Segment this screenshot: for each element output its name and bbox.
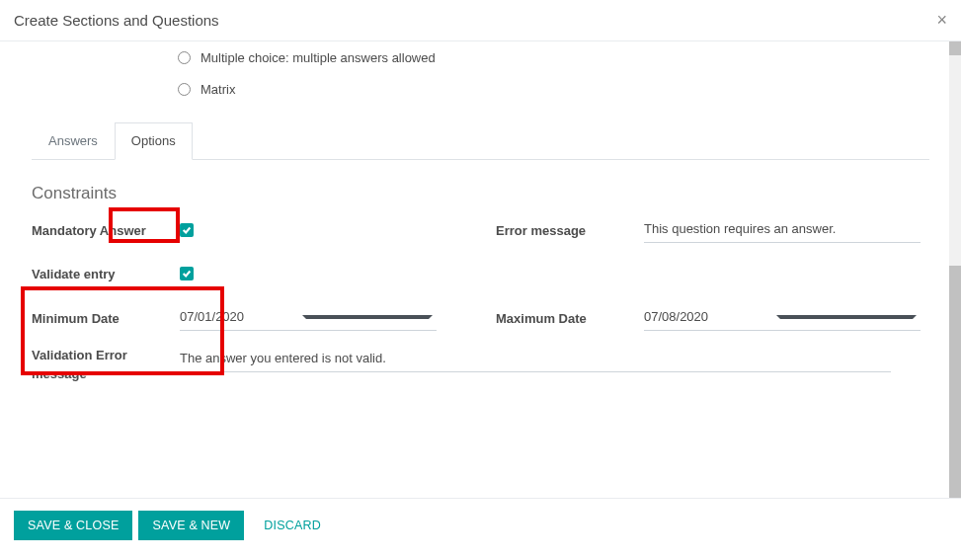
constraints-grid: Mandatory Answer Error message Validate … bbox=[0, 217, 961, 331]
mandatory-answer-checkbox-cell bbox=[180, 223, 437, 238]
scrollbar-track[interactable] bbox=[949, 41, 961, 498]
minimum-date-value: 07/01/2020 bbox=[180, 309, 302, 324]
radio-label: Matrix bbox=[200, 81, 235, 99]
modal-title: Create Sections and Questions bbox=[14, 12, 219, 29]
tab-options[interactable]: Options bbox=[115, 122, 193, 160]
minimum-date-input[interactable]: 07/01/2020 bbox=[180, 305, 437, 331]
tab-list: Answers Options bbox=[32, 122, 929, 160]
label-validation-error-message: Validation Error message bbox=[32, 347, 180, 382]
check-icon bbox=[182, 269, 192, 279]
modal-footer: Save & Close Save & New Discard bbox=[0, 498, 961, 552]
modal-body: Multiple choice: multiple answers allowe… bbox=[0, 41, 961, 498]
label-minimum-date: Minimum Date bbox=[32, 311, 180, 326]
mandatory-answer-checkbox[interactable] bbox=[180, 223, 194, 237]
scrollbar-thumb[interactable] bbox=[949, 266, 961, 498]
radio-matrix[interactable]: Matrix bbox=[178, 81, 961, 99]
label-validate-entry: Validate entry bbox=[32, 267, 180, 281]
modal-header: Create Sections and Questions × bbox=[0, 0, 961, 41]
tab-answers[interactable]: Answers bbox=[32, 122, 115, 159]
close-icon: × bbox=[936, 10, 947, 30]
section-title-constraints: Constraints bbox=[0, 160, 961, 217]
maximum-date-input[interactable]: 07/08/2020 bbox=[644, 305, 921, 331]
label-mandatory-answer: Mandatory Answer bbox=[32, 223, 180, 238]
error-message-input[interactable] bbox=[644, 217, 921, 243]
label-error-message: Error message bbox=[496, 223, 644, 238]
validation-error-message-input[interactable] bbox=[180, 347, 891, 372]
maximum-date-value: 07/08/2020 bbox=[644, 309, 776, 324]
close-button[interactable]: × bbox=[936, 10, 947, 31]
radio-icon bbox=[178, 51, 191, 64]
radio-label: Multiple choice: multiple answers allowe… bbox=[200, 49, 436, 67]
tabs-container: Answers Options bbox=[0, 122, 961, 160]
save-new-button[interactable]: Save & New bbox=[138, 511, 244, 540]
save-close-button[interactable]: Save & Close bbox=[14, 511, 132, 540]
check-icon bbox=[182, 225, 192, 235]
validate-entry-checkbox-cell bbox=[180, 267, 437, 281]
scrollbar-arrow-up[interactable] bbox=[949, 41, 961, 55]
discard-button[interactable]: Discard bbox=[250, 511, 335, 540]
radio-icon bbox=[178, 83, 191, 96]
validate-entry-checkbox[interactable] bbox=[180, 267, 194, 280]
radio-multiple-choice-multi[interactable]: Multiple choice: multiple answers allowe… bbox=[178, 49, 961, 67]
caret-down-icon bbox=[302, 315, 433, 319]
validation-error-row: Validation Error message bbox=[0, 331, 961, 382]
caret-down-icon bbox=[776, 315, 917, 319]
question-type-radios: Multiple choice: multiple answers allowe… bbox=[0, 41, 961, 122]
label-maximum-date: Maximum Date bbox=[496, 311, 644, 326]
